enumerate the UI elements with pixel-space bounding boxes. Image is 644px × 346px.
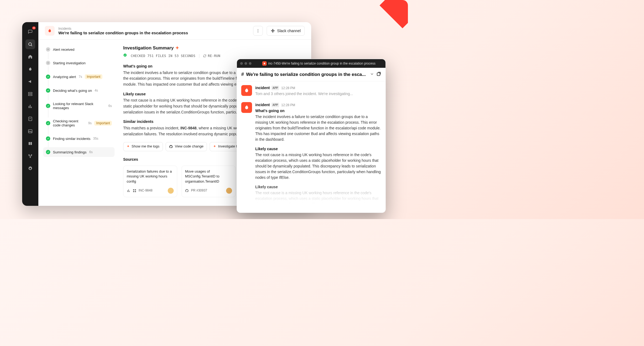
timeline-step[interactable]: Deciding what's going on4s <box>43 86 115 95</box>
timeline-step[interactable]: Starting investigation <box>43 58 115 68</box>
nav-search[interactable] <box>25 39 35 49</box>
github-icon <box>169 145 173 149</box>
svg-rect-11 <box>272 29 273 31</box>
left-nav: 4 <box>22 22 38 206</box>
svg-point-9 <box>258 31 258 31</box>
nav-settings[interactable] <box>25 164 35 173</box>
svg-rect-13 <box>271 31 273 31</box>
svg-point-10 <box>258 32 258 32</box>
sparkle-icon: ✦ <box>127 144 130 149</box>
check-icon <box>46 150 50 154</box>
svg-point-17 <box>123 54 127 57</box>
timeline-duration: 6s <box>108 104 112 108</box>
timeline-label: Starting investigation <box>53 61 86 65</box>
timeline-step[interactable]: Alert received <box>43 45 115 54</box>
window-controls[interactable] <box>240 62 251 65</box>
timeline-duration: 4s <box>95 89 98 92</box>
checked-status: CHECKED 751 FILES IN 53 SECONDS <box>131 53 195 59</box>
timeline-label: Summarizing findings <box>53 150 86 154</box>
svg-rect-21 <box>135 191 136 192</box>
timeline-label: Looking for relevant Slack messages <box>53 102 106 110</box>
timeline-step[interactable]: Summarizing findings6s <box>43 147 115 157</box>
svg-rect-2 <box>28 95 32 96</box>
hash-icon: # <box>241 72 244 77</box>
github-icon <box>185 189 189 193</box>
timeline-label: Alert received <box>53 48 74 52</box>
timeline-step[interactable]: Checking recent code changes9sImportant <box>43 116 115 130</box>
important-badge: Important <box>85 74 102 79</box>
source-card[interactable]: Move usages of MSConfig.TenantID to orga… <box>182 166 236 197</box>
view-code-change-button[interactable]: View code change <box>166 142 207 151</box>
svg-point-16 <box>48 62 48 63</box>
avatar <box>226 188 232 194</box>
slack-messages: incident APP 12:28 PM Tom and 3 others j… <box>237 81 385 213</box>
nav-checklist[interactable] <box>25 114 35 124</box>
slack-icon <box>271 29 275 33</box>
app-avatar <box>241 102 252 113</box>
nav-docs[interactable] <box>25 139 35 149</box>
slack-message: incident APP 12:28 PM Tom and 3 others j… <box>237 82 385 99</box>
new-window-icon[interactable] <box>376 72 381 78</box>
check-icon <box>123 53 127 59</box>
timeline-duration: 7s <box>79 75 82 79</box>
timeline-step[interactable]: Finding similar incidents35s <box>43 134 115 143</box>
check-icon <box>46 136 50 141</box>
page-title: We're failing to serialize condition gro… <box>58 31 249 35</box>
nav-announce[interactable] <box>25 77 35 86</box>
svg-point-5 <box>29 154 29 155</box>
svg-point-6 <box>31 154 32 155</box>
timeline-step[interactable]: Analyzing alert7sImportant <box>43 72 115 82</box>
sparkle-icon: ✦ <box>175 45 179 52</box>
nav-home[interactable] <box>25 52 35 62</box>
avatar <box>168 188 174 194</box>
slack-window: inc-7450-We're failing to serialize cond… <box>237 59 386 213</box>
summary-title: Investigation Summary <box>123 45 174 52</box>
timeline-label: Deciding what's going on <box>53 89 92 93</box>
app-header: Incidents We're failing to serialize con… <box>38 22 311 40</box>
nav-image-icon[interactable] <box>25 126 35 136</box>
chevron-down-icon[interactable] <box>370 72 374 77</box>
rerun-button[interactable]: RE-RUN <box>203 53 220 59</box>
svg-point-8 <box>258 29 258 30</box>
investigation-timeline: Alert receivedStarting investigationAnal… <box>38 40 117 206</box>
timeline-duration: 6s <box>89 150 93 154</box>
pending-icon <box>46 47 50 52</box>
source-card[interactable]: Serialization failures due to a missing … <box>123 166 177 197</box>
svg-rect-12 <box>272 31 273 33</box>
pending-icon <box>46 61 50 65</box>
nav-server[interactable] <box>25 89 35 99</box>
timeline-duration: 35s <box>93 137 98 140</box>
svg-rect-19 <box>135 189 136 190</box>
fire-icon <box>262 61 267 66</box>
incident-icon <box>45 26 55 36</box>
slack-channel-name: We're failing to serialize condition gro… <box>246 72 368 77</box>
timeline-duration: 9s <box>88 121 92 125</box>
svg-rect-14 <box>273 31 274 31</box>
sparkle-icon: ✦ <box>213 144 216 149</box>
timeline-label: Checking recent code changes <box>53 119 86 127</box>
svg-rect-1 <box>28 92 32 94</box>
svg-point-15 <box>48 49 48 50</box>
slack-message: incident APP 12:28 PM What's going on Th… <box>237 99 385 213</box>
check-icon <box>46 75 50 79</box>
slack-titlebar: inc-7450-We're failing to serialize cond… <box>237 59 385 68</box>
check-icon <box>46 88 50 93</box>
nav-incidents-icon[interactable] <box>25 64 35 74</box>
nav-reports[interactable] <box>25 102 35 111</box>
svg-rect-22 <box>377 73 380 76</box>
timeline-label: Finding similar incidents <box>53 137 90 141</box>
slack-channel-header: # We're failing to serialize condition g… <box>237 68 385 81</box>
svg-point-7 <box>30 157 31 158</box>
slack-window-title: inc-7450-We're failing to serialize cond… <box>268 62 375 65</box>
svg-rect-20 <box>133 191 134 192</box>
show-logs-button[interactable]: ✦ Show me the logs <box>123 142 163 151</box>
slack-channel-button[interactable]: Slack channel <box>267 26 305 36</box>
chart-icon <box>127 189 130 193</box>
nav-inbox[interactable]: 4 <box>25 27 35 37</box>
app-avatar <box>241 85 252 96</box>
more-menu-button[interactable] <box>253 26 263 36</box>
timeline-step[interactable]: Looking for relevant Slack messages6s <box>43 99 115 113</box>
breadcrumb[interactable]: Incidents <box>58 27 249 31</box>
link-icon <box>133 189 136 193</box>
nav-workflow[interactable] <box>25 151 35 161</box>
